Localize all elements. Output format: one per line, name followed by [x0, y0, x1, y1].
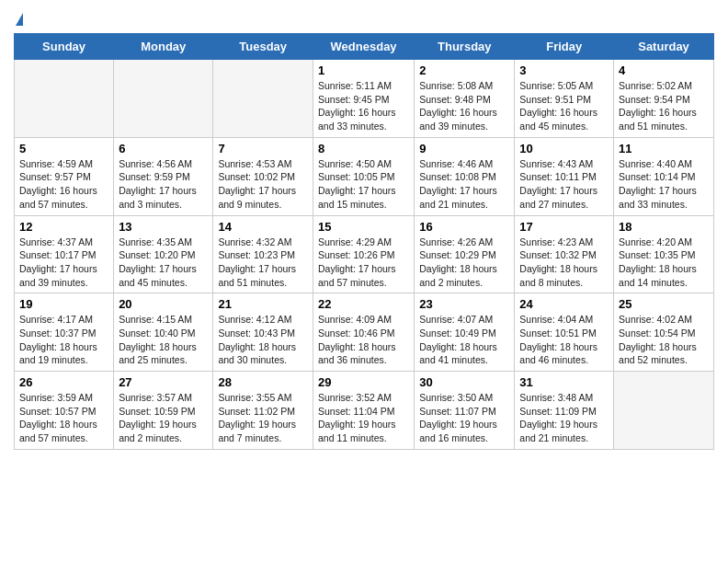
day-number: 16	[419, 220, 509, 234]
calendar-cell	[213, 60, 313, 138]
day-info: Sunrise: 4:35 AMSunset: 10:20 PMDaylight…	[119, 236, 208, 290]
day-info: Sunrise: 4:15 AMSunset: 10:40 PMDaylight…	[119, 313, 208, 367]
calendar-cell: 7Sunrise: 4:53 AMSunset: 10:02 PMDayligh…	[213, 137, 313, 215]
day-info: Sunrise: 5:11 AMSunset: 9:45 PMDaylight:…	[318, 79, 409, 133]
calendar-header-row: SundayMondayTuesdayWednesdayThursdayFrid…	[15, 34, 714, 60]
day-number: 22	[318, 297, 409, 311]
calendar-cell	[614, 372, 714, 450]
calendar-cell: 17Sunrise: 4:23 AMSunset: 10:32 PMDaylig…	[515, 215, 614, 293]
calendar-cell: 31Sunrise: 3:48 AMSunset: 11:09 PMDaylig…	[515, 372, 614, 450]
day-number: 9	[419, 142, 509, 155]
day-number: 31	[519, 375, 609, 389]
calendar-cell: 15Sunrise: 4:29 AMSunset: 10:26 PMDaylig…	[313, 215, 414, 293]
calendar-day-header: Thursday	[415, 34, 515, 60]
day-number: 1	[318, 63, 409, 77]
day-number: 20	[119, 297, 208, 311]
day-number: 21	[218, 297, 308, 311]
calendar-day-header: Wednesday	[313, 34, 414, 60]
calendar-cell: 27Sunrise: 3:57 AMSunset: 10:59 PMDaylig…	[114, 372, 213, 450]
day-info: Sunrise: 4:02 AMSunset: 10:54 PMDaylight…	[619, 313, 709, 367]
day-info: Sunrise: 4:04 AMSunset: 10:51 PMDaylight…	[519, 313, 609, 367]
day-info: Sunrise: 4:17 AMSunset: 10:37 PMDaylight…	[19, 313, 108, 367]
calendar-cell: 22Sunrise: 4:09 AMSunset: 10:46 PMDaylig…	[313, 293, 414, 372]
day-number: 11	[619, 142, 709, 155]
day-number: 29	[318, 375, 409, 389]
day-number: 15	[318, 220, 409, 234]
calendar-cell: 9Sunrise: 4:46 AMSunset: 10:08 PMDayligh…	[415, 137, 515, 215]
calendar-cell: 30Sunrise: 3:50 AMSunset: 11:07 PMDaylig…	[415, 372, 515, 450]
day-info: Sunrise: 4:37 AMSunset: 10:17 PMDaylight…	[19, 236, 108, 290]
day-info: Sunrise: 4:56 AMSunset: 9:59 PMDaylight:…	[119, 157, 208, 212]
calendar-week-row: 12Sunrise: 4:37 AMSunset: 10:17 PMDaylig…	[15, 215, 714, 293]
day-info: Sunrise: 5:05 AMSunset: 9:51 PMDaylight:…	[519, 79, 609, 133]
day-info: Sunrise: 4:46 AMSunset: 10:08 PMDaylight…	[419, 157, 509, 212]
logo-text	[14, 9, 23, 26]
calendar-week-row: 26Sunrise: 3:59 AMSunset: 10:57 PMDaylig…	[15, 372, 714, 450]
calendar-day-header: Monday	[114, 34, 213, 60]
calendar-cell: 4Sunrise: 5:02 AMSunset: 9:54 PMDaylight…	[614, 60, 714, 138]
day-number: 19	[19, 297, 108, 311]
calendar-cell: 19Sunrise: 4:17 AMSunset: 10:37 PMDaylig…	[15, 293, 114, 372]
day-info: Sunrise: 5:08 AMSunset: 9:48 PMDaylight:…	[419, 79, 509, 133]
calendar-cell: 13Sunrise: 4:35 AMSunset: 10:20 PMDaylig…	[114, 215, 213, 293]
calendar-cell	[114, 60, 213, 138]
header	[14, 9, 714, 26]
day-info: Sunrise: 4:29 AMSunset: 10:26 PMDaylight…	[318, 236, 409, 290]
day-info: Sunrise: 3:50 AMSunset: 11:07 PMDaylight…	[419, 391, 509, 445]
calendar-day-header: Saturday	[614, 34, 714, 60]
day-number: 25	[619, 297, 709, 311]
day-info: Sunrise: 4:09 AMSunset: 10:46 PMDaylight…	[318, 313, 409, 367]
calendar-cell	[15, 60, 114, 138]
day-number: 18	[619, 220, 709, 234]
calendar-cell: 12Sunrise: 4:37 AMSunset: 10:17 PMDaylig…	[15, 215, 114, 293]
day-info: Sunrise: 3:57 AMSunset: 10:59 PMDaylight…	[119, 391, 208, 445]
day-number: 8	[318, 142, 409, 155]
day-number: 3	[519, 63, 609, 77]
calendar-cell: 29Sunrise: 3:52 AMSunset: 11:04 PMDaylig…	[313, 372, 414, 450]
calendar-cell: 18Sunrise: 4:20 AMSunset: 10:35 PMDaylig…	[614, 215, 714, 293]
calendar-week-row: 19Sunrise: 4:17 AMSunset: 10:37 PMDaylig…	[15, 293, 714, 372]
day-number: 12	[19, 220, 108, 234]
day-info: Sunrise: 4:07 AMSunset: 10:49 PMDaylight…	[419, 313, 509, 367]
calendar-cell: 25Sunrise: 4:02 AMSunset: 10:54 PMDaylig…	[614, 293, 714, 372]
calendar-cell: 10Sunrise: 4:43 AMSunset: 10:11 PMDaylig…	[515, 137, 614, 215]
day-number: 14	[218, 220, 308, 234]
calendar-cell: 28Sunrise: 3:55 AMSunset: 11:02 PMDaylig…	[213, 372, 313, 450]
calendar-cell: 6Sunrise: 4:56 AMSunset: 9:59 PMDaylight…	[114, 137, 213, 215]
day-number: 30	[419, 375, 509, 389]
calendar-day-header: Tuesday	[213, 34, 313, 60]
calendar-cell: 1Sunrise: 5:11 AMSunset: 9:45 PMDaylight…	[313, 60, 414, 138]
logo-triangle-icon	[16, 13, 23, 26]
logo	[14, 9, 23, 26]
day-number: 6	[119, 142, 208, 155]
day-info: Sunrise: 4:23 AMSunset: 10:32 PMDaylight…	[519, 236, 609, 290]
calendar-cell: 16Sunrise: 4:26 AMSunset: 10:29 PMDaylig…	[415, 215, 515, 293]
day-number: 17	[519, 220, 609, 234]
day-info: Sunrise: 3:48 AMSunset: 11:09 PMDaylight…	[519, 391, 609, 445]
day-number: 27	[119, 375, 208, 389]
day-info: Sunrise: 4:59 AMSunset: 9:57 PMDaylight:…	[19, 157, 108, 212]
day-number: 5	[19, 142, 108, 155]
calendar-cell: 21Sunrise: 4:12 AMSunset: 10:43 PMDaylig…	[213, 293, 313, 372]
calendar-table: SundayMondayTuesdayWednesdayThursdayFrid…	[14, 33, 714, 450]
day-number: 23	[419, 297, 509, 311]
day-info: Sunrise: 4:32 AMSunset: 10:23 PMDaylight…	[218, 236, 308, 290]
calendar-day-header: Friday	[515, 34, 614, 60]
calendar-cell: 8Sunrise: 4:50 AMSunset: 10:05 PMDayligh…	[313, 137, 414, 215]
calendar-cell: 2Sunrise: 5:08 AMSunset: 9:48 PMDaylight…	[415, 60, 515, 138]
day-number: 13	[119, 220, 208, 234]
calendar-cell: 3Sunrise: 5:05 AMSunset: 9:51 PMDaylight…	[515, 60, 614, 138]
day-info: Sunrise: 4:53 AMSunset: 10:02 PMDaylight…	[218, 157, 308, 212]
day-number: 2	[419, 63, 509, 77]
day-number: 4	[619, 63, 709, 77]
day-info: Sunrise: 4:26 AMSunset: 10:29 PMDaylight…	[419, 236, 509, 290]
calendar-week-row: 5Sunrise: 4:59 AMSunset: 9:57 PMDaylight…	[15, 137, 714, 215]
calendar-cell: 24Sunrise: 4:04 AMSunset: 10:51 PMDaylig…	[515, 293, 614, 372]
day-info: Sunrise: 4:40 AMSunset: 10:14 PMDaylight…	[619, 157, 709, 212]
calendar-cell: 23Sunrise: 4:07 AMSunset: 10:49 PMDaylig…	[415, 293, 515, 372]
day-number: 7	[218, 142, 308, 155]
day-info: Sunrise: 4:50 AMSunset: 10:05 PMDaylight…	[318, 157, 409, 212]
day-number: 24	[519, 297, 609, 311]
calendar-day-header: Sunday	[15, 34, 114, 60]
day-info: Sunrise: 3:59 AMSunset: 10:57 PMDaylight…	[19, 391, 108, 445]
